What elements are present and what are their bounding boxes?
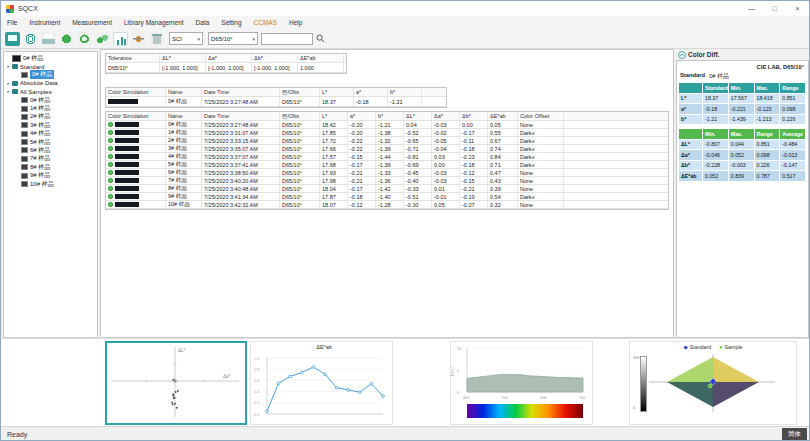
tree-item[interactable]: ▾All Samples (4, 88, 97, 96)
tree-item[interactable]: 0# 样品 (4, 96, 97, 104)
lightness-colorbar: 1000 (630, 352, 647, 422)
delete-icon[interactable] (149, 32, 164, 46)
color-diff-header[interactable]: Color Diff. (676, 49, 809, 60)
tree-item[interactable]: 0# 样品 (4, 71, 97, 79)
measurement-mode-select[interactable]: SCI ▾ (169, 32, 203, 45)
tolerance-icon[interactable] (131, 32, 146, 46)
column-header[interactable]: 照/Obs (280, 112, 320, 120)
menu-file[interactable]: File (1, 16, 23, 29)
tree-item[interactable]: 1# 样品 (4, 104, 97, 112)
table-row[interactable]: ✓2# 样品7/25/2020 3:33:15 AMD65/10°17.72-0… (106, 137, 668, 145)
color-swatch (115, 186, 139, 191)
menu-setting[interactable]: Setting (215, 16, 247, 29)
menu-instrument[interactable]: Instrument (23, 16, 66, 29)
tolerance-value-cell[interactable]: 1.000 (298, 63, 344, 72)
sample-icon (21, 147, 28, 153)
cell: 18.37 (320, 97, 354, 106)
sample-icon (21, 164, 28, 170)
average-icon[interactable] (95, 32, 110, 46)
column-header[interactable]: ΔE*ab (488, 112, 518, 120)
column-header[interactable]: Color Offset (518, 112, 564, 120)
column-header[interactable]: L* (320, 88, 354, 96)
illuminant-observer-select[interactable]: D65/10° ▾ (208, 32, 258, 45)
value-cell: 0.052 (703, 171, 729, 182)
tolerance-value-cell[interactable]: [-1.000, 1.000] (206, 63, 252, 72)
value-cell: -1.439 (729, 115, 755, 126)
mini-header-cell: Max. (755, 83, 781, 94)
column-header[interactable]: Date Time (202, 88, 280, 96)
calibrate-icon[interactable] (23, 32, 38, 46)
column-header[interactable]: b* (388, 88, 422, 96)
status-text: Ready (1, 431, 27, 438)
cell: D65/10° (280, 145, 320, 152)
tolerance-value-cell[interactable]: [-1.000, 1.000] (160, 63, 206, 72)
instrument-icon[interactable] (5, 32, 20, 46)
column-header[interactable]: Date Time (202, 112, 280, 120)
language-button[interactable]: 简体 (782, 428, 807, 441)
trend-chart-panel[interactable]: ○ ΔE*ab 0.00.20.40.60.81.0 (250, 341, 393, 425)
menu-ccmas[interactable]: CCMAS (248, 16, 283, 29)
table-row[interactable]: ✓8# 样品7/25/2020 3:40:48 AMD65/10°18.04-0… (106, 185, 668, 193)
measure-sample-icon[interactable] (77, 32, 92, 46)
search-icon[interactable] (316, 34, 325, 43)
tree-item[interactable]: 7# 样品 (4, 155, 97, 163)
scatter-chart-panel[interactable]: ΔL*Δa* (105, 341, 247, 425)
menu-data[interactable]: Data (190, 16, 216, 29)
column-header[interactable]: L* (320, 112, 348, 120)
tree-item[interactable]: 8# 样品 (4, 163, 97, 171)
table-row[interactable]: ✓6# 样品7/25/2020 3:38:50 AMD65/10°17.93-0… (106, 169, 668, 177)
mini-table-row: ΔE*ab0.0520.8390.7870.517 (679, 171, 806, 182)
print-icon[interactable] (41, 32, 56, 46)
search-input[interactable] (261, 33, 313, 45)
spectral-chart-panel[interactable]: 0510R(%)400500600700 (450, 341, 593, 425)
tree-item[interactable]: 5# 样品 (4, 138, 97, 146)
column-header[interactable]: Color Simulation (106, 112, 166, 120)
colorspace-chart-panel[interactable]: ◆Standard●Sample 1000 (629, 341, 797, 425)
tree-item[interactable]: 6# 样品 (4, 146, 97, 154)
column-header[interactable]: a* (354, 88, 388, 96)
column-header[interactable]: Δa* (432, 112, 460, 120)
table-row[interactable]: ✓10# 样品7/25/2020 3:42:32 AMD65/10°18.07-… (106, 201, 668, 209)
table-row[interactable]: ✓4# 样品7/25/2020 3:37:07 AMD65/10°17.57-0… (106, 153, 668, 161)
table-row[interactable]: ✓7# 样品7/25/2020 3:40:20 AMD65/10°17.98-0… (106, 177, 668, 185)
titlebar[interactable]: SQCX — □ × (1, 1, 809, 17)
table-row[interactable]: ✓3# 样品7/25/2020 3:35:07 AMD65/10°17.66-0… (106, 145, 668, 153)
menu-help[interactable]: Help (283, 16, 308, 29)
tolerance-header-row: ToleranceΔL*Δa*Δb*ΔE*ab (106, 54, 346, 63)
table-row[interactable]: ✓9# 样品7/25/2020 3:41:34 AMD65/10°17.87-0… (106, 193, 668, 201)
menu-library-management[interactable]: Library Management (118, 16, 190, 29)
table-row[interactable]: ✓1# 样品7/25/2020 3:31:07 AMD65/10°17.85-0… (106, 129, 668, 137)
svg-text:0.2: 0.2 (254, 401, 259, 405)
chart-icon[interactable] (113, 32, 128, 46)
minimize-button[interactable]: — (740, 1, 763, 16)
maximize-button[interactable]: □ (763, 1, 786, 16)
menu-measurement[interactable]: Measurement (66, 16, 118, 29)
tree-item[interactable]: 10# 样品 (4, 180, 97, 188)
table-row[interactable]: ✓5# 样品7/25/2020 3:37:41 AMD65/10°17.68-0… (106, 161, 668, 169)
tree-item[interactable]: 2# 样品 (4, 113, 97, 121)
measure-standard-icon[interactable] (59, 32, 74, 46)
tolerance-value-cell[interactable]: [-1.000, 1.000] (252, 63, 298, 72)
tree-item[interactable]: 0# 样品 (4, 54, 97, 62)
tree-item[interactable]: 4# 样品 (4, 130, 97, 138)
value-cell: 18.418 (755, 94, 781, 105)
table-row[interactable]: ✓0# 样品7/25/2020 3:27:48 AMD65/10°18.42-0… (106, 121, 668, 129)
column-header[interactable]: Δb* (460, 112, 488, 120)
cell: -0.65 (404, 137, 432, 144)
close-button[interactable]: × (786, 1, 809, 16)
column-header[interactable]: a* (348, 112, 376, 120)
cell: 17.72 (320, 137, 348, 144)
column-header[interactable]: b* (376, 112, 404, 120)
cell: -0.05 (432, 137, 460, 144)
tree-item[interactable]: ▾Absolute Data (4, 79, 97, 87)
tree-item[interactable]: 3# 样品 (4, 121, 97, 129)
standard-row[interactable]: 0# 样品7/25/2020 3:27:48 AMD65/10°18.37-0.… (106, 97, 446, 107)
collapse-icon[interactable] (678, 51, 686, 59)
column-header[interactable]: Name (166, 112, 202, 120)
mini-table-row: L*18.3717.56718.4180.851 (679, 94, 806, 105)
column-header[interactable]: ΔL* (404, 112, 432, 120)
column-header[interactable]: 照/Obs (280, 88, 320, 96)
column-header[interactable]: Color Simulation (106, 88, 166, 96)
column-header[interactable]: Name (166, 88, 202, 96)
cell: -1.21 (388, 97, 422, 106)
